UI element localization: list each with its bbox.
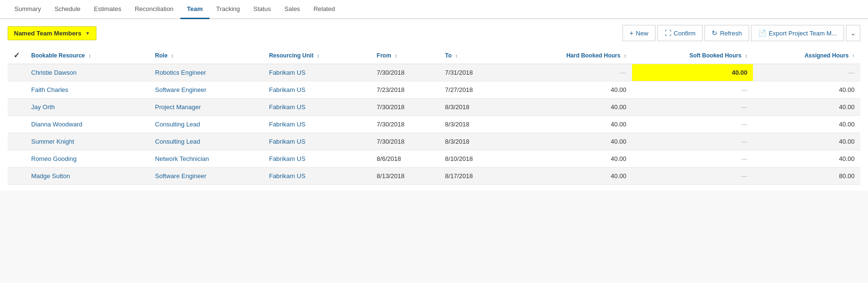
resource-name[interactable]: Romeo Gooding [25, 150, 149, 168]
to-date: 8/10/2018 [439, 150, 507, 168]
from-date: 7/30/2018 [371, 64, 439, 81]
col-resourcing-unit[interactable]: Resourcing Unit ↕ [263, 47, 371, 64]
hard-booked-hours: 40.00 [508, 116, 632, 133]
resource-name[interactable]: Jay Orth [25, 99, 149, 116]
table-row: Christie DawsonRobotics EngineerFabrikam… [8, 64, 860, 81]
refresh-button[interactable]: ↻ Refresh [704, 25, 749, 41]
assigned-hours: 40.00 [753, 99, 860, 116]
confirm-button[interactable]: ⛶ Confirm [657, 25, 703, 41]
row-checkbox[interactable] [8, 150, 25, 168]
role[interactable]: Software Engineer [149, 81, 263, 99]
soft-booked-hours: --- [632, 99, 753, 116]
section-title-label: Named Team Members [14, 30, 82, 37]
resourcing-unit[interactable]: Fabrikam US [263, 150, 371, 168]
hard-booked-hours: 40.00 [508, 81, 632, 99]
row-checkbox[interactable] [8, 168, 25, 185]
from-date: 8/13/2018 [371, 168, 439, 185]
sort-icon-from: ↕ [395, 53, 397, 58]
row-checkbox[interactable] [8, 133, 25, 150]
to-date: 8/3/2018 [439, 116, 507, 133]
row-checkbox[interactable] [8, 64, 25, 81]
section-header: Named Team Members ▼ + New ⛶ Confirm ↻ R… [8, 25, 860, 41]
col-soft-booked-hours[interactable]: Soft Booked Hours ↕ [632, 47, 753, 64]
to-date: 7/27/2018 [439, 81, 507, 99]
row-checkbox[interactable] [8, 81, 25, 99]
more-options-button[interactable]: ⌄ [846, 25, 860, 41]
tab-tracking[interactable]: Tracking [210, 0, 246, 19]
export-icon: 📄 [758, 29, 766, 37]
resourcing-unit[interactable]: Fabrikam US [263, 116, 371, 133]
resource-name[interactable]: Dianna Woodward [25, 116, 149, 133]
role[interactable]: Robotics Engineer [149, 64, 263, 81]
select-all-checkbox[interactable]: ✓ [8, 47, 25, 64]
to-date: 8/3/2018 [439, 133, 507, 150]
export-button-label: Export Project Team M... [769, 30, 837, 37]
table-row: Romeo GoodingNetwork TechnicianFabrikam … [8, 150, 860, 168]
chevron-down-icon: ▼ [85, 31, 90, 36]
resourcing-unit[interactable]: Fabrikam US [263, 64, 371, 81]
assigned-hours: 40.00 [753, 133, 860, 150]
sort-icon-resourcing-unit: ↕ [317, 53, 319, 58]
col-assigned-hours[interactable]: Assigned Hours ↑ [753, 47, 860, 64]
assigned-hours: 80.00 [753, 168, 860, 185]
col-hard-booked-hours[interactable]: Hard Booked Hours ↕ [508, 47, 632, 64]
soft-booked-hours: --- [632, 150, 753, 168]
from-date: 8/6/2018 [371, 150, 439, 168]
sort-icon-bookable-resource: ↕ [88, 53, 91, 58]
soft-booked-hours: 40.00 [632, 64, 753, 81]
team-members-table: ✓ Bookable Resource ↕ Role ↕ Resourcing … [8, 47, 860, 185]
tab-status[interactable]: Status [246, 0, 278, 19]
refresh-button-label: Refresh [720, 30, 742, 37]
role[interactable]: Consulting Lead [149, 116, 263, 133]
hard-booked-hours: --- [508, 64, 632, 81]
role[interactable]: Project Manager [149, 99, 263, 116]
col-to[interactable]: To ↕ [439, 47, 507, 64]
tab-reconciliation[interactable]: Reconciliation [128, 0, 180, 19]
assigned-hours: 40.00 [753, 150, 860, 168]
to-date: 7/31/2018 [439, 64, 507, 81]
table-row: Madge SuttonSoftware EngineerFabrikam US… [8, 168, 860, 185]
role[interactable]: Software Engineer [149, 168, 263, 185]
col-bookable-resource[interactable]: Bookable Resource ↕ [25, 47, 149, 64]
hard-booked-hours: 40.00 [508, 168, 632, 185]
confirm-icon: ⛶ [665, 29, 671, 37]
new-button[interactable]: + New [622, 25, 656, 41]
role[interactable]: Network Technician [149, 150, 263, 168]
tab-estimates[interactable]: Estimates [87, 0, 128, 19]
tab-schedule[interactable]: Schedule [48, 0, 87, 19]
tab-sales[interactable]: Sales [278, 0, 307, 19]
from-date: 7/30/2018 [371, 116, 439, 133]
tab-team[interactable]: Team [180, 0, 210, 19]
resourcing-unit[interactable]: Fabrikam US [263, 168, 371, 185]
named-team-members-dropdown[interactable]: Named Team Members ▼ [8, 26, 96, 40]
sort-icon-soft-booked: ↕ [745, 53, 747, 58]
soft-booked-hours: --- [632, 116, 753, 133]
resource-name[interactable]: Summer Knight [25, 133, 149, 150]
to-date: 8/17/2018 [439, 168, 507, 185]
assigned-hours: --- [753, 64, 860, 81]
table-row: Faith CharlesSoftware EngineerFabrikam U… [8, 81, 860, 99]
confirm-button-label: Confirm [674, 30, 696, 37]
col-role[interactable]: Role ↕ [149, 47, 263, 64]
refresh-icon: ↻ [712, 29, 717, 37]
assigned-hours: 40.00 [753, 116, 860, 133]
resource-name[interactable]: Madge Sutton [25, 168, 149, 185]
row-checkbox[interactable] [8, 116, 25, 133]
hard-booked-hours: 40.00 [508, 150, 632, 168]
resourcing-unit[interactable]: Fabrikam US [263, 99, 371, 116]
resource-name[interactable]: Christie Dawson [25, 64, 149, 81]
resourcing-unit[interactable]: Fabrikam US [263, 133, 371, 150]
soft-booked-hours: --- [632, 168, 753, 185]
table-row: Jay OrthProject ManagerFabrikam US7/30/2… [8, 99, 860, 116]
resource-name[interactable]: Faith Charles [25, 81, 149, 99]
export-button[interactable]: 📄 Export Project Team M... [751, 25, 844, 41]
to-date: 8/3/2018 [439, 99, 507, 116]
row-checkbox[interactable] [8, 99, 25, 116]
sort-icon-role: ↕ [171, 53, 174, 58]
role[interactable]: Consulting Lead [149, 133, 263, 150]
tab-related[interactable]: Related [307, 0, 342, 19]
tab-summary[interactable]: Summary [8, 0, 48, 19]
resourcing-unit[interactable]: Fabrikam US [263, 81, 371, 99]
hard-booked-hours: 40.00 [508, 99, 632, 116]
col-from[interactable]: From ↕ [371, 47, 439, 64]
